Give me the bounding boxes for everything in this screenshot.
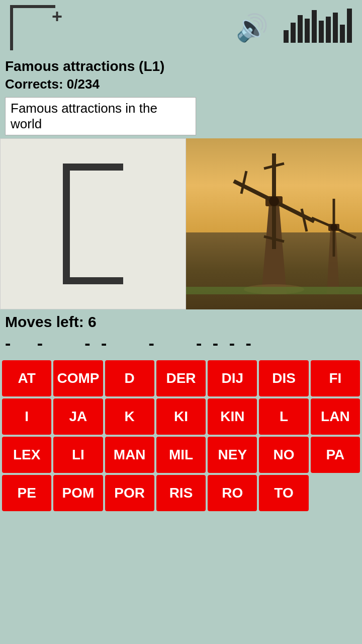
- equalizer-bar: [298, 15, 303, 43]
- letter-tile[interactable]: DIJ: [208, 360, 257, 396]
- moves-left: Moves left: 6: [0, 309, 362, 332]
- letter-tile[interactable]: LEX: [2, 437, 51, 473]
- letter-tile[interactable]: POM: [53, 475, 103, 511]
- game-title: Famous attractions (L1): [5, 58, 357, 74]
- letter-tile[interactable]: JA: [53, 398, 103, 435]
- letter-tile[interactable]: MAN: [105, 437, 154, 473]
- equalizer-bar: [319, 21, 324, 43]
- equalizer-icon[interactable]: [284, 13, 352, 43]
- letter-tile[interactable]: POR: [105, 475, 154, 511]
- equalizer-bar: [291, 23, 296, 43]
- info-section: Famous attractions (L1) Corrects: 0/234: [0, 55, 362, 94]
- speaker-icon[interactable]: 🔊: [236, 13, 268, 43]
- letter-tile[interactable]: L: [259, 398, 308, 435]
- letter-tile[interactable]: I: [2, 398, 51, 435]
- letter-tile[interactable]: RIS: [156, 475, 206, 511]
- svg-line-7: [302, 209, 307, 231]
- svg-point-17: [330, 224, 337, 231]
- letter-grid: ATCOMPDDERDIJDISFIIJAKKIKINLLANLEXLIMANM…: [0, 358, 362, 513]
- header: 🔊: [0, 0, 362, 55]
- letter-tile[interactable]: COMP: [53, 360, 103, 396]
- letter-tile[interactable]: TO: [259, 475, 308, 511]
- letter-tile[interactable]: PE: [2, 475, 51, 511]
- svg-line-5: [234, 181, 274, 201]
- letter-tile[interactable]: DIS: [259, 360, 308, 396]
- svg-line-16: [312, 218, 334, 227]
- svg-rect-19: [186, 287, 362, 294]
- header-icons: 🔊: [236, 13, 352, 43]
- letter-tile[interactable]: LI: [53, 437, 103, 473]
- equalizer-bar: [333, 13, 338, 43]
- letter-tile[interactable]: KI: [156, 398, 206, 435]
- svg-point-10: [269, 196, 279, 206]
- equalizer-bar: [340, 25, 345, 43]
- letter-tile[interactable]: NO: [259, 437, 308, 473]
- bracket-icon: [63, 164, 123, 284]
- letter-tile[interactable]: FI: [311, 360, 360, 396]
- letter-tile[interactable]: AT: [2, 360, 51, 396]
- corrects-count: Corrects: 0/234: [5, 76, 357, 92]
- equalizer-bar: [347, 9, 352, 43]
- category-label: Famous attractions in the world: [5, 97, 196, 135]
- letter-tile[interactable]: KIN: [208, 398, 257, 435]
- image-area: [0, 138, 362, 309]
- letter-tile[interactable]: LAN: [311, 398, 360, 435]
- letter-tile[interactable]: RO: [208, 475, 257, 511]
- letter-tile[interactable]: K: [105, 398, 154, 435]
- letter-tile[interactable]: PA: [311, 437, 360, 473]
- equalizer-bar: [312, 10, 317, 43]
- equalizer-bar: [305, 19, 310, 43]
- letter-tile[interactable]: D: [105, 360, 154, 396]
- letter-tile[interactable]: MIL: [156, 437, 206, 473]
- app-logo[interactable]: [10, 5, 55, 50]
- equalizer-bar: [284, 30, 289, 43]
- bracket-panel: [0, 138, 186, 309]
- answer-dashes: - - - - - - - - -: [0, 332, 362, 358]
- windmill-image: [186, 138, 362, 309]
- svg-line-14: [334, 227, 356, 238]
- svg-line-9: [241, 171, 246, 194]
- letter-tile[interactable]: DER: [156, 360, 206, 396]
- equalizer-bar: [326, 17, 331, 43]
- letter-tile[interactable]: NEY: [208, 437, 257, 473]
